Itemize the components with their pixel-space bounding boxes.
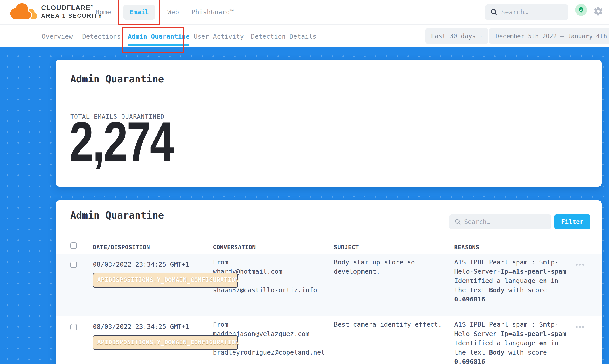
brand-logo[interactable]: CLOUDFLARE® AREA 1 SECURITY: [9, 2, 103, 21]
chevron-down-icon: ▾: [480, 33, 482, 39]
nav-item-email-wrap: Email: [123, 5, 155, 20]
brand-trademark: ®: [91, 4, 93, 8]
date-range-display[interactable]: December 5th 2022 — January 4th 2023: [489, 28, 609, 43]
top-header: CLOUDFLARE® AREA 1 SECURITY Home Email W…: [0, 0, 609, 24]
global-search[interactable]: [485, 4, 568, 20]
disposition-badge: APIDISPOSITIONS.Y_DOMAIN_CONFIGURATION: [93, 335, 238, 350]
quarantine-table-card: Admin Quarantine Filter DATE/DISPOSITION…: [56, 200, 602, 364]
tab-detections[interactable]: Detections: [82, 25, 121, 48]
tab-detection-details[interactable]: Detection Details: [251, 25, 317, 48]
brand-line1: CLOUDFLARE®: [41, 4, 103, 11]
nav-item-home[interactable]: Home: [95, 8, 111, 16]
table-search-input[interactable]: [464, 218, 537, 225]
content-area: Admin Quarantine TOTAL EMAILS QUARANTINE…: [0, 48, 609, 364]
date-range-dropdown[interactable]: Last 30 days ▾: [425, 28, 488, 43]
disposition-badge: APIDISPOSITIONS.Y_DOMAIN_CONFIGURATION: [93, 273, 238, 287]
cloudflare-cloud-icon: [9, 2, 38, 21]
brand-text: CLOUDFLARE® AREA 1 SECURITY: [41, 4, 103, 19]
cell-subject: Best camera identify effect.: [334, 320, 444, 329]
cell-date: 08/03/2022 23:34:25 GMT+1: [93, 261, 189, 268]
date-range-text: December 5th 2022 — January 4th 2023: [496, 33, 609, 39]
table-header-row: DATE/DISPOSITION CONVERSATION SUBJECT RE…: [56, 238, 602, 255]
settings-button[interactable]: [593, 6, 603, 16]
cell-reasons: A1S IPBL Pearl spam : Smtp-Helo-Server-I…: [454, 320, 571, 364]
nav-item-web[interactable]: Web: [167, 8, 179, 16]
tab-overview[interactable]: Overview: [42, 25, 73, 48]
row-actions-menu[interactable]: [576, 326, 584, 328]
row-checkbox[interactable]: [70, 261, 77, 268]
cell-subject: Body star up store so development.: [334, 258, 444, 276]
row-actions-menu[interactable]: [576, 264, 584, 266]
cell-date: 08/03/2022 23:34:25 GMT+1: [93, 323, 189, 330]
tab-user-activity[interactable]: User Activity: [194, 25, 244, 48]
protection-status-badge[interactable]: [575, 4, 587, 16]
filter-button[interactable]: Filter: [555, 214, 590, 229]
page: CLOUDFLARE® AREA 1 SECURITY Home Email W…: [0, 0, 609, 364]
column-header-conversation: CONVERSATION: [213, 244, 256, 251]
summary-card-title: Admin Quarantine: [70, 73, 164, 85]
nav-item-email[interactable]: Email: [123, 5, 155, 20]
cell-reasons: A1S IPBL Pearl spam : Smtp-Helo-Server-I…: [454, 258, 571, 304]
tab-admin-quarantine[interactable]: Admin Quarantine: [128, 25, 189, 48]
table-row[interactable]: 08/03/2022 23:34:25 GMT+1 APIDISPOSITION…: [56, 254, 602, 316]
table-search[interactable]: [449, 214, 551, 229]
column-header-reasons: REASONS: [454, 244, 479, 251]
summary-card: Admin Quarantine TOTAL EMAILS QUARANTINE…: [56, 60, 602, 187]
nav-item-phishguard[interactable]: PhishGuard™: [191, 8, 234, 16]
column-header-subject: SUBJECT: [334, 244, 359, 251]
search-icon: [455, 219, 461, 225]
global-search-input[interactable]: [501, 8, 561, 16]
shield-check-icon: [577, 6, 585, 14]
table-row[interactable]: 08/03/2022 23:34:25 GMT+1 APIDISPOSITION…: [56, 316, 602, 364]
select-all-checkbox[interactable]: [70, 242, 77, 249]
table-card-title: Admin Quarantine: [70, 210, 164, 221]
tab-admin-quarantine-label: Admin Quarantine: [128, 33, 189, 40]
row-checkbox[interactable]: [70, 324, 77, 330]
from-label: From: [213, 258, 317, 267]
metric-value: 2,274: [69, 119, 173, 165]
brand-line2: AREA 1 SECURITY: [41, 13, 103, 19]
active-tab-underline: [128, 44, 189, 46]
date-range-dropdown-label: Last 30 days: [431, 32, 476, 40]
from-label: From: [213, 320, 325, 329]
column-header-date-disposition: DATE/DISPOSITION: [93, 244, 150, 251]
gear-icon: [593, 6, 603, 16]
main-nav: Home Email Web PhishGuard™: [95, 0, 234, 24]
search-icon: [490, 8, 498, 16]
email-subnav: Overview Detections Admin Quarantine Use…: [0, 24, 609, 48]
